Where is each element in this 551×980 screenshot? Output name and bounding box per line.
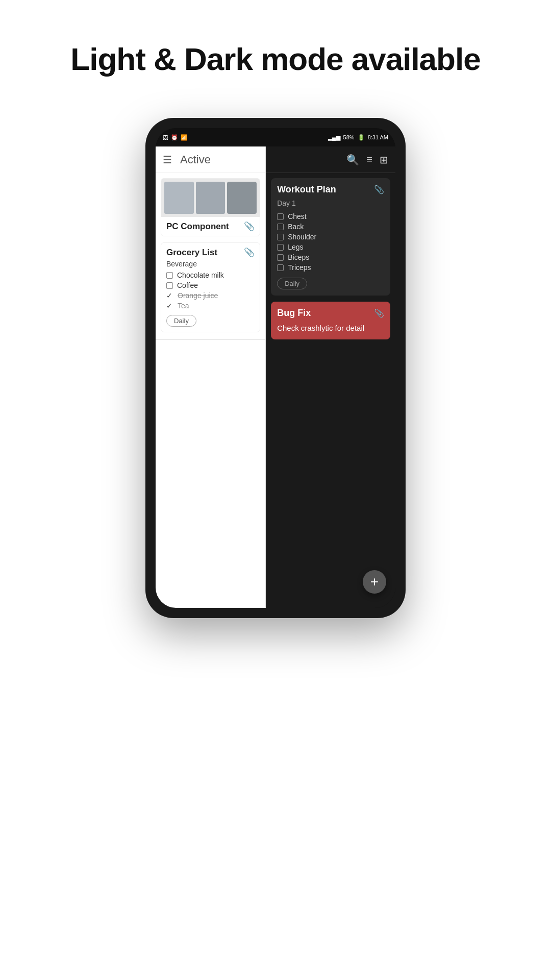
workout-plan-card[interactable]: Workout Plan 📎 Day 1 Chest Back Sho xyxy=(271,178,390,296)
workout-item-text: Triceps xyxy=(288,263,311,272)
grocery-item-text: Orange juice xyxy=(178,291,218,300)
phone-inner: 🖼 ⏰ 📶 ▂▄▆ 58% 🔋 8:31 AM ☰ Active xyxy=(156,128,395,608)
page-header: Light & Dark mode available xyxy=(0,0,551,97)
workout-item-text: Shoulder xyxy=(288,233,316,241)
grocery-item[interactable]: Coffee xyxy=(161,280,260,290)
fab-plus-icon: + xyxy=(370,575,379,589)
workout-checkbox[interactable] xyxy=(277,244,284,251)
grocery-item-text: Chocolate milk xyxy=(177,271,224,279)
wifi-icon: 📶 xyxy=(181,134,188,141)
fab-add-button[interactable]: + xyxy=(363,570,386,594)
grocery-card[interactable]: Grocery List 📎 Beverage Chocolate milk C… xyxy=(161,242,260,332)
pc-image-1 xyxy=(164,182,194,214)
page-headline: Light & Dark mode available xyxy=(20,41,531,77)
pc-card-title-row: PC Component 📎 xyxy=(161,217,260,236)
grocery-item-text: Coffee xyxy=(177,281,198,289)
workout-pin-icon: 📎 xyxy=(374,185,384,194)
battery-percent: 58% xyxy=(343,134,355,140)
workout-card-header: Workout Plan 📎 xyxy=(277,184,384,195)
grocery-category: Beverage xyxy=(161,260,260,270)
bugfix-pin-icon: 📎 xyxy=(374,308,384,318)
checkbox-coffee[interactable] xyxy=(166,282,173,289)
divider xyxy=(156,339,265,340)
right-toolbar: 🔍 ≡ ⊞ xyxy=(266,146,395,173)
clock: 8:31 AM xyxy=(368,134,388,140)
workout-item-text: Biceps xyxy=(288,253,309,261)
workout-item-text: Back xyxy=(288,223,304,231)
workout-item[interactable]: Legs xyxy=(277,242,384,252)
search-icon[interactable]: 🔍 xyxy=(346,154,359,166)
workout-item[interactable]: Chest xyxy=(277,211,384,222)
checkmark-icon: ✓ xyxy=(166,302,172,310)
hamburger-icon[interactable]: ☰ xyxy=(163,154,172,166)
checkmark-icon: ✓ xyxy=(166,291,172,300)
grocery-item[interactable]: ✓ Tea xyxy=(161,301,260,311)
workout-day-label: Day 1 xyxy=(277,199,384,207)
workout-checkbox[interactable] xyxy=(277,254,284,261)
pc-component-card[interactable]: PC Component 📎 xyxy=(161,178,260,236)
workout-daily-badge[interactable]: Daily xyxy=(277,278,307,289)
grocery-pin-icon: 📎 xyxy=(244,247,255,258)
status-bar: 🖼 ⏰ 📶 ▂▄▆ 58% 🔋 8:31 AM xyxy=(156,128,395,146)
pc-image-3 xyxy=(227,182,257,214)
workout-checkbox[interactable] xyxy=(277,234,284,240)
bugfix-card-header: Bug Fix 📎 xyxy=(277,308,384,318)
workout-card-title: Workout Plan xyxy=(277,184,336,195)
active-label: Active xyxy=(180,153,211,166)
alarm-icon: ⏰ xyxy=(171,134,178,141)
pc-image-2 xyxy=(196,182,226,214)
pc-card-title: PC Component xyxy=(166,222,229,232)
workout-checkbox[interactable] xyxy=(277,224,284,230)
bugfix-card-text: Check crashlytic for detail xyxy=(277,324,364,332)
signal-bars: ▂▄▆ xyxy=(328,134,340,141)
grocery-item-text: Tea xyxy=(178,302,189,310)
grid-icon[interactable]: ⊞ xyxy=(380,154,388,166)
right-panel: 🔍 ≡ ⊞ Workout Plan 📎 Day 1 Chest xyxy=(266,146,395,608)
workout-item-text: Chest xyxy=(288,212,307,220)
workout-checkbox[interactable] xyxy=(277,264,284,271)
workout-item[interactable]: Biceps xyxy=(277,252,384,262)
status-left-icons: 🖼 ⏰ 📶 xyxy=(163,134,188,141)
photo-icon: 🖼 xyxy=(163,134,168,140)
workout-item-text: Legs xyxy=(288,243,303,251)
pc-card-images xyxy=(161,179,260,217)
split-screen: ☰ Active PC Component 📎 xyxy=(156,146,395,608)
workout-checkbox[interactable] xyxy=(277,213,284,220)
left-panel: ☰ Active PC Component 📎 xyxy=(156,146,266,608)
battery-icon: 🔋 xyxy=(358,134,365,141)
grocery-item[interactable]: ✓ Orange juice xyxy=(161,290,260,301)
workout-item[interactable]: Shoulder xyxy=(277,232,384,242)
bugfix-card[interactable]: Bug Fix 📎 Check crashlytic for detail xyxy=(271,302,390,339)
daily-badge[interactable]: Daily xyxy=(166,315,196,327)
workout-item[interactable]: Triceps xyxy=(277,262,384,273)
status-right-info: ▂▄▆ 58% 🔋 8:31 AM xyxy=(328,134,388,141)
checkbox-chocolate-milk[interactable] xyxy=(166,272,173,279)
grocery-card-header: Grocery List 📎 xyxy=(161,243,260,260)
phone-shell: 🖼 ⏰ 📶 ▂▄▆ 58% 🔋 8:31 AM ☰ Active xyxy=(145,118,406,618)
workout-item[interactable]: Back xyxy=(277,222,384,232)
grocery-card-title: Grocery List xyxy=(166,248,217,258)
filter-icon[interactable]: ≡ xyxy=(366,154,372,165)
grocery-item[interactable]: Chocolate milk xyxy=(161,270,260,280)
bugfix-card-title: Bug Fix xyxy=(277,308,311,318)
left-toolbar: ☰ Active xyxy=(156,146,265,173)
pin-icon: 📎 xyxy=(244,221,255,232)
